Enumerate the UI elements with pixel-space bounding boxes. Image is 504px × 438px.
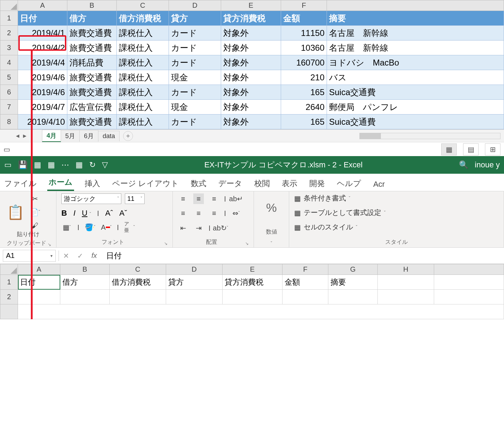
cell[interactable]: 消耗品費 (67, 55, 117, 70)
tab-home[interactable]: ホーム (47, 175, 74, 191)
cut-icon[interactable]: ✂ (30, 193, 40, 204)
cell[interactable]: バス (327, 70, 504, 85)
cell[interactable]: 借方消費税 (110, 275, 166, 290)
align-top-icon[interactable]: ≡ (178, 193, 188, 204)
row-header[interactable]: 1 (0, 275, 18, 290)
cell[interactable]: 旅費交通費 (67, 115, 117, 129)
cell[interactable]: 対象外 (221, 115, 281, 129)
paste-button[interactable]: 📋 (5, 198, 26, 226)
tab-formulas[interactable]: 数式 (189, 176, 208, 191)
cell[interactable]: 郵便局 パンフレ (327, 100, 504, 115)
cell[interactable]: 課税仕入 (117, 100, 169, 115)
align-center-icon[interactable]: ≡ (193, 208, 204, 218)
cell[interactable]: Suica交通費 (327, 115, 504, 129)
align-bottom-icon[interactable]: ≡ (209, 193, 219, 204)
italic-button[interactable]: I (73, 209, 75, 218)
cell[interactable]: 2019/4/7 (18, 100, 67, 115)
increase-indent-icon[interactable]: ⇥ (193, 223, 204, 233)
format-as-table-button[interactable]: ▦テーブルとして書式設定 ˇ (294, 208, 499, 217)
col-header[interactable]: A (18, 264, 60, 275)
add-sheet-button[interactable]: ＋ (123, 131, 133, 141)
sheet-tab-5gatsu[interactable]: 5月 (61, 130, 80, 142)
col-header[interactable]: D (166, 264, 223, 275)
tab-insert[interactable]: 挿入 (83, 176, 102, 191)
spreadsheet-grid-top[interactable]: A B C D E F 1 日付 借方 借方消費税 貸方 貸方消費税 金額 摘要… (0, 0, 504, 129)
col-header[interactable]: E (221, 0, 281, 11)
col-header[interactable]: G (328, 264, 378, 275)
enter-icon[interactable]: ✓ (73, 252, 87, 260)
row-header[interactable]: 4 (0, 55, 18, 70)
horizontal-scrollbar[interactable] (359, 133, 500, 139)
row-header[interactable]: 3 (0, 41, 18, 55)
search-icon[interactable]: 🔍 (459, 160, 468, 169)
col-header[interactable]: C (110, 264, 166, 275)
cell[interactable]: 165 (281, 115, 327, 129)
percent-style-button[interactable]: % (261, 193, 282, 222)
cell[interactable]: 課税仕入 (117, 85, 169, 100)
cell[interactable]: 対象外 (221, 55, 281, 70)
row-header[interactable]: 1 (0, 11, 18, 26)
refresh-icon[interactable]: ↻ (89, 160, 96, 169)
cell[interactable]: カード (169, 115, 221, 129)
col-header[interactable]: F (283, 264, 328, 275)
cell[interactable]: 2019/4/6 (18, 85, 67, 100)
col-header[interactable] (327, 0, 504, 11)
cell[interactable]: カード (169, 26, 221, 41)
align-right-icon[interactable]: ≡ (209, 208, 219, 218)
page-layout-view-button[interactable]: ▤ (463, 143, 479, 155)
cell[interactable]: 名古屋 新幹線 (327, 41, 504, 55)
cell[interactable] (434, 275, 504, 290)
cell[interactable]: 名古屋 新幹線 (327, 26, 504, 41)
cell[interactable] (223, 290, 283, 304)
cell[interactable] (110, 290, 166, 304)
cell[interactable]: 10360 (281, 41, 327, 55)
cell[interactable]: 2019/4/10 (18, 115, 67, 129)
copy-icon[interactable]: 📄 ˇ (30, 207, 40, 217)
qa-icon[interactable]: ▦ (48, 160, 55, 169)
row-header[interactable]: 8 (0, 115, 18, 129)
cell[interactable]: 対象外 (221, 41, 281, 55)
cell[interactable]: 課税仕入 (117, 55, 169, 70)
cell[interactable]: 課税仕入 (117, 41, 169, 55)
row-header[interactable]: 2 (0, 290, 18, 304)
cell[interactable]: 貸方消費税 (223, 275, 283, 290)
spreadsheet-grid-bottom[interactable]: A B C D E F G H 1 日付 借方 借方消費税 貸方 貸方消費税 金… (0, 264, 504, 319)
cell[interactable]: Suica交通費 (327, 85, 504, 100)
fill-color-button[interactable]: 🪣 ˇ (85, 222, 95, 233)
cell[interactable]: カード (169, 55, 221, 70)
align-left-icon[interactable]: ≡ (178, 208, 188, 218)
conditional-format-button[interactable]: ▦条件付き書式 ˇ (294, 193, 499, 203)
save-icon[interactable]: 💾 (18, 160, 28, 169)
sheet-nav-arrows[interactable]: ◄ ► (0, 133, 42, 139)
number-dropdown-icon[interactable]: ˇ (271, 241, 272, 246)
cell[interactable]: 11150 (281, 26, 327, 41)
display-options-icon[interactable]: ▭ (4, 145, 10, 154)
cell[interactable]: 対象外 (221, 85, 281, 100)
cell[interactable]: 2019/4/6 (18, 70, 67, 85)
qa-icon[interactable]: ▦ (34, 160, 41, 169)
cell[interactable]: 金額 (281, 11, 327, 26)
sheet-tab-4gatsu[interactable]: 4月 (42, 130, 61, 142)
cell[interactable] (166, 290, 223, 304)
cell[interactable]: 貸方消費税 (221, 11, 281, 26)
cancel-icon[interactable]: ✕ (59, 252, 73, 260)
cell[interactable]: ヨドバシ MacBo (327, 55, 504, 70)
cell[interactable]: カード (169, 85, 221, 100)
borders-button[interactable]: ▦ ˇ (61, 222, 72, 233)
row-header[interactable]: 2 (0, 26, 18, 41)
phonetic-button[interactable]: ア亜 ˇ (124, 222, 135, 233)
cell[interactable]: 165 (281, 85, 327, 100)
cell[interactable]: 対象外 (221, 70, 281, 85)
cell[interactable]: 借方 (60, 275, 110, 290)
cell[interactable]: 摘要 (328, 275, 378, 290)
cell[interactable] (18, 304, 504, 319)
format-painter-icon[interactable]: 🖌 (30, 220, 40, 231)
name-box[interactable]: A1▾ (3, 250, 56, 262)
tab-page-layout[interactable]: ページ レイアウト (111, 176, 180, 191)
cell[interactable]: 金額 (283, 275, 328, 290)
normal-view-button[interactable]: ▦ (441, 143, 457, 155)
cell[interactable]: 現金 (169, 70, 221, 85)
sheet-tab-data[interactable]: data (98, 131, 120, 141)
col-header[interactable]: E (223, 264, 283, 275)
dialog-launcher-icon[interactable]: ↘ (245, 241, 249, 246)
